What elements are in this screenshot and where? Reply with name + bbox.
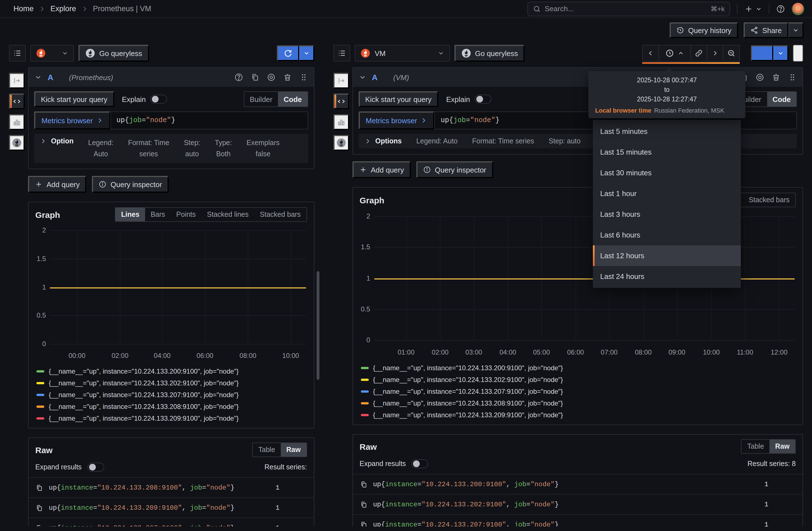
drag-handle-icon[interactable]: [788, 73, 797, 82]
user-avatar[interactable]: [792, 2, 804, 15]
menu-item-last-5-minutes[interactable]: Last 5 minutes: [593, 121, 741, 142]
graph-style-stacked-bars[interactable]: Stacked bars: [743, 193, 795, 207]
zoom-out-button[interactable]: [723, 45, 740, 62]
metrics-browser-button[interactable]: Metrics browser: [34, 112, 111, 129]
prometheus-shortcut-button[interactable]: [333, 135, 349, 151]
chart-view-button[interactable]: [9, 114, 25, 130]
raw-tab[interactable]: Raw: [281, 443, 306, 457]
explain-toggle[interactable]: [475, 95, 491, 104]
time-shift-forward-button[interactable]: [707, 45, 723, 62]
table-tab[interactable]: Table: [253, 443, 281, 457]
raw-result-row[interactable]: up{instance="10.224.133.200:9100", job="…: [353, 474, 802, 494]
expand-results-toggle[interactable]: [87, 463, 104, 472]
expand-results-toggle[interactable]: [411, 459, 429, 468]
legend-item[interactable]: {__name__="up", instance="10.224.133.200…: [37, 367, 307, 375]
legend-item[interactable]: {__name__="up", instance="10.224.133.202…: [361, 375, 796, 384]
time-shift-back-button[interactable]: [642, 45, 659, 62]
delete-query-icon[interactable]: [283, 73, 292, 82]
explain-toggle[interactable]: [150, 95, 167, 104]
kebab-menu-button[interactable]: [793, 45, 803, 62]
raw-result-row[interactable]: up{instance="10.224.133.208:9100", job="…: [29, 477, 314, 497]
left-time-series-plot[interactable]: 2 1.5 1 0.5 0: [50, 227, 306, 347]
raw-result-row[interactable]: up{instance="10.224.133.209:9100", job="…: [29, 497, 314, 518]
share-button[interactable]: Share: [744, 23, 788, 38]
promql-query-input[interactable]: up{job="node"}: [111, 112, 308, 129]
run-interval-dropdown[interactable]: [299, 45, 314, 61]
raw-tab[interactable]: Raw: [770, 440, 795, 453]
legend-item[interactable]: {__name__="up", instance="10.224.133.209…: [361, 411, 796, 419]
duplicate-query-icon[interactable]: [250, 73, 259, 82]
legend-item[interactable]: {__name__="up", instance="10.224.133.207…: [361, 387, 796, 396]
breadcrumb-session-title[interactable]: Prometheus | VM: [93, 4, 151, 13]
breadcrumb-home[interactable]: Home: [13, 4, 34, 13]
code-tab[interactable]: Code: [767, 92, 796, 106]
left-pane-scrollbar[interactable]: [317, 271, 319, 380]
graph-style-lines[interactable]: Lines: [115, 208, 145, 221]
legend-item[interactable]: {__name__="up", instance="10.224.133.200…: [361, 364, 796, 372]
raw-result-row[interactable]: up{instance="10.224.133.207:9100", job="…: [29, 518, 314, 527]
graph-style-stacked-lines[interactable]: Stacked lines: [201, 208, 255, 221]
add-query-button[interactable]: Add query: [352, 161, 411, 178]
disable-query-icon[interactable]: [266, 73, 275, 82]
metrics-browser-button[interactable]: Metrics browser: [358, 112, 435, 129]
run-interval-dropdown[interactable]: [773, 45, 788, 61]
legend-item[interactable]: {__name__="up", instance="10.224.133.208…: [37, 402, 307, 411]
prometheus-shortcut-button[interactable]: [9, 135, 25, 151]
code-tab[interactable]: Code: [278, 92, 307, 106]
code-view-button[interactable]: [9, 93, 25, 109]
drag-handle-icon[interactable]: [299, 73, 308, 82]
add-query-button[interactable]: Add query: [28, 176, 87, 193]
legend-item[interactable]: {__name__="up", instance="10.224.133.207…: [37, 390, 307, 399]
query-options-row[interactable]: Option Legend: Auto Format: Time series …: [34, 134, 308, 163]
new-menu-button[interactable]: [744, 4, 762, 13]
legend-item[interactable]: {__name__="up", instance="10.224.133.209…: [37, 414, 307, 422]
search-input[interactable]: Search... ⌘+k: [527, 1, 730, 16]
datasource-picker-vm[interactable]: VM: [354, 45, 450, 62]
table-tab[interactable]: Table: [742, 440, 770, 453]
raw-result-row[interactable]: up{instance="10.224.133.207:9100", job="…: [353, 514, 802, 527]
datasource-picker-prometheus[interactable]: [30, 45, 74, 62]
legend-item[interactable]: {__name__="up", instance="10.224.133.202…: [37, 379, 307, 387]
help-button[interactable]: [776, 4, 785, 13]
disable-query-icon[interactable]: [755, 73, 764, 82]
run-query-button[interactable]: [751, 45, 773, 61]
menu-item-last-12-hours[interactable]: Last 12 hours: [593, 245, 741, 266]
graph-style-points[interactable]: Points: [171, 208, 201, 221]
menu-item-last-24-hours[interactable]: Last 24 hours: [593, 266, 741, 287]
delete-query-icon[interactable]: [772, 73, 781, 82]
builder-tab[interactable]: Builder: [244, 92, 278, 106]
menu-item-last-30-minutes[interactable]: Last 30 minutes: [593, 162, 741, 183]
menu-item-last-6-hours[interactable]: Last 6 hours: [593, 225, 741, 245]
copy-icon[interactable]: [360, 480, 367, 488]
help-icon[interactable]: [234, 73, 243, 82]
sync-timeranges-button[interactable]: [691, 45, 707, 62]
query-row-header[interactable]: A (Prometheus): [29, 68, 314, 87]
query-inspector-button[interactable]: Query inspector: [416, 161, 493, 178]
menu-item-last-1-hour[interactable]: Last 1 hour: [593, 183, 741, 204]
collapse-pane-button[interactable]: [9, 73, 25, 89]
graph-style-stacked-bars[interactable]: Stacked bars: [254, 208, 306, 221]
copy-icon[interactable]: [360, 521, 367, 527]
code-view-button[interactable]: [333, 93, 349, 109]
query-inspector-button[interactable]: Query inspector: [92, 176, 169, 193]
query-history-button[interactable]: Query history: [670, 23, 738, 38]
go-queryless-button[interactable]: Go queryless: [78, 45, 149, 62]
legend-item[interactable]: {__name__="up", instance="10.224.133.208…: [361, 399, 796, 407]
raw-result-row[interactable]: up{instance="10.224.133.202:9100", job="…: [353, 494, 802, 514]
go-queryless-button[interactable]: Go queryless: [454, 45, 524, 62]
chart-view-button[interactable]: [333, 114, 349, 130]
outline-button[interactable]: [333, 45, 350, 62]
share-dropdown-button[interactable]: [788, 23, 803, 38]
breadcrumb-explore[interactable]: Explore: [50, 4, 76, 13]
copy-icon[interactable]: [360, 500, 367, 508]
kick-start-button[interactable]: Kick start your query: [34, 91, 114, 107]
copy-icon[interactable]: [35, 484, 43, 491]
time-range-picker-button[interactable]: [658, 45, 691, 62]
copy-icon[interactable]: [35, 524, 43, 527]
outline-button[interactable]: [9, 45, 26, 62]
collapse-pane-button[interactable]: [333, 73, 349, 89]
run-query-button[interactable]: [277, 45, 299, 61]
graph-style-bars[interactable]: Bars: [145, 208, 171, 221]
kick-start-button[interactable]: Kick start your query: [358, 91, 438, 107]
menu-item-last-3-hours[interactable]: Last 3 hours: [593, 204, 741, 225]
